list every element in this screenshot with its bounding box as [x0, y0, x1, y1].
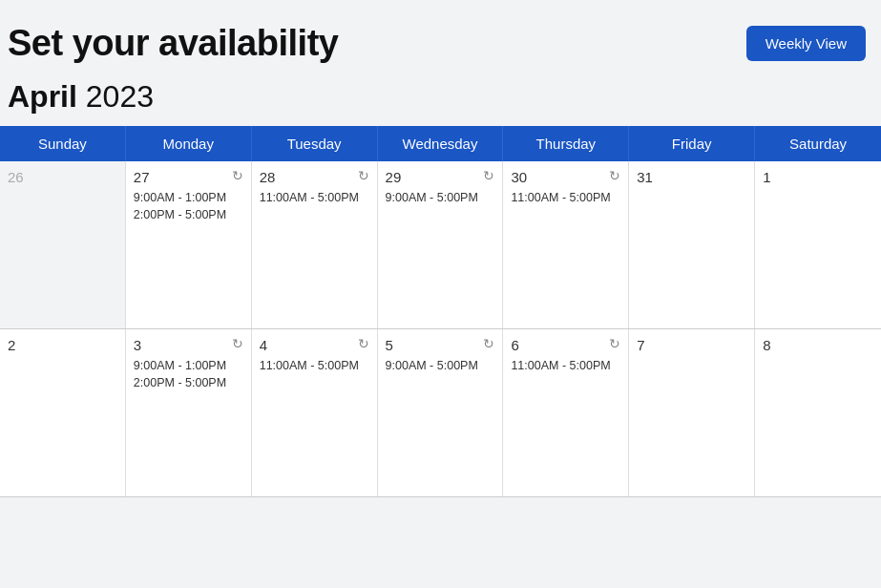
refresh-icon[interactable]: ↻ — [358, 169, 369, 182]
time-slot: 9:00AM - 5:00PM — [386, 191, 495, 204]
calendar-cell[interactable]: 4↻11:00AM - 5:00PM — [252, 329, 378, 496]
calendar-header-cell: Tuesday — [252, 126, 378, 161]
cell-date: 6 — [511, 337, 518, 353]
cell-date-row: 7 — [637, 337, 746, 353]
calendar-cell[interactable]: 28↻11:00AM - 5:00PM — [252, 161, 378, 328]
month-year: 2023 — [86, 79, 154, 114]
cell-date-row: 26 — [8, 169, 117, 185]
cell-date-row: 8 — [763, 337, 873, 353]
cell-date: 30 — [511, 169, 527, 185]
refresh-icon[interactable]: ↻ — [483, 169, 494, 182]
cell-date: 31 — [637, 169, 653, 185]
time-slot: 2:00PM - 5:00PM — [134, 208, 243, 221]
calendar-header-cell: Friday — [629, 126, 755, 161]
calendar-cell[interactable]: 5↻9:00AM - 5:00PM — [378, 329, 504, 496]
refresh-icon[interactable]: ↻ — [609, 169, 620, 182]
calendar-cell[interactable]: 2 — [0, 329, 126, 496]
refresh-icon[interactable]: ↻ — [358, 337, 369, 350]
cell-date-row: 2 — [8, 337, 117, 353]
time-slot: 9:00AM - 1:00PM — [134, 191, 243, 204]
cell-date-row: 4↻ — [260, 337, 369, 353]
calendar-row: 2627↻9:00AM - 1:00PM2:00PM - 5:00PM28↻11… — [0, 161, 881, 329]
calendar-header: SundayMondayTuesdayWednesdayThursdayFrid… — [0, 126, 881, 161]
cell-date-row: 3↻ — [134, 337, 243, 353]
cell-date: 28 — [260, 169, 276, 185]
time-slot: 11:00AM - 5:00PM — [260, 359, 369, 372]
page-title: Set your availability — [8, 23, 338, 64]
refresh-icon[interactable]: ↻ — [483, 337, 494, 350]
refresh-icon[interactable]: ↻ — [609, 337, 620, 350]
calendar-cell[interactable]: 3↻9:00AM - 1:00PM2:00PM - 5:00PM — [126, 329, 252, 496]
calendar-header-cell: Monday — [126, 126, 252, 161]
calendar-cell[interactable]: 30↻11:00AM - 5:00PM — [503, 161, 629, 328]
page-container: Set your availability Weekly View April … — [0, 0, 881, 497]
time-slot: 11:00AM - 5:00PM — [260, 191, 369, 204]
cell-date-row: 28↻ — [260, 169, 369, 185]
calendar-header-cell: Wednesday — [378, 126, 504, 161]
calendar-cell[interactable]: 8 — [755, 329, 881, 496]
cell-date: 3 — [134, 337, 141, 353]
calendar-cell[interactable]: 1 — [755, 161, 881, 328]
cell-date-row: 1 — [763, 169, 873, 185]
refresh-icon[interactable]: ↻ — [232, 169, 243, 182]
calendar-cell[interactable]: 6↻11:00AM - 5:00PM — [503, 329, 629, 496]
cell-date: 8 — [763, 337, 770, 353]
cell-date: 2 — [8, 337, 15, 353]
calendar-cell[interactable]: 26 — [0, 161, 126, 328]
time-slot: 9:00AM - 1:00PM — [134, 359, 243, 372]
weekly-view-button[interactable]: Weekly View — [746, 26, 866, 61]
time-slot: 11:00AM - 5:00PM — [511, 359, 620, 372]
calendar-header-cell: Thursday — [503, 126, 629, 161]
cell-date-row: 5↻ — [386, 337, 495, 353]
cell-date: 27 — [134, 169, 150, 185]
cell-date: 4 — [260, 337, 267, 353]
month-name: April — [8, 79, 77, 114]
calendar-body: 2627↻9:00AM - 1:00PM2:00PM - 5:00PM28↻11… — [0, 161, 881, 497]
cell-date-row: 30↻ — [511, 169, 620, 185]
time-slot: 2:00PM - 5:00PM — [134, 376, 243, 389]
cell-date-row: 6↻ — [511, 337, 620, 353]
cell-date: 7 — [637, 337, 644, 353]
calendar-cell[interactable]: 29↻9:00AM - 5:00PM — [378, 161, 504, 328]
header-row: Set your availability Weekly View — [0, 23, 881, 64]
cell-date: 26 — [8, 169, 24, 185]
calendar-cell[interactable]: 7 — [629, 329, 755, 496]
page-title-text: Set your availability — [8, 23, 338, 63]
calendar-cell[interactable]: 31 — [629, 161, 755, 328]
calendar-header-cell: Saturday — [755, 126, 881, 161]
cell-date-row: 29↻ — [386, 169, 495, 185]
calendar-header-cell: Sunday — [0, 126, 126, 161]
time-slot: 11:00AM - 5:00PM — [511, 191, 620, 204]
cell-date-row: 27↻ — [134, 169, 243, 185]
cell-date: 5 — [386, 337, 393, 353]
cell-date-row: 31 — [637, 169, 746, 185]
calendar-wrapper: SundayMondayTuesdayWednesdayThursdayFrid… — [0, 126, 881, 497]
calendar-cell[interactable]: 27↻9:00AM - 1:00PM2:00PM - 5:00PM — [126, 161, 252, 328]
cell-date: 1 — [763, 169, 770, 185]
time-slot: 9:00AM - 5:00PM — [386, 359, 495, 372]
refresh-icon[interactable]: ↻ — [232, 337, 243, 350]
calendar-row: 23↻9:00AM - 1:00PM2:00PM - 5:00PM4↻11:00… — [0, 329, 881, 497]
cell-date: 29 — [386, 169, 402, 185]
month-label: April 2023 — [0, 79, 881, 115]
